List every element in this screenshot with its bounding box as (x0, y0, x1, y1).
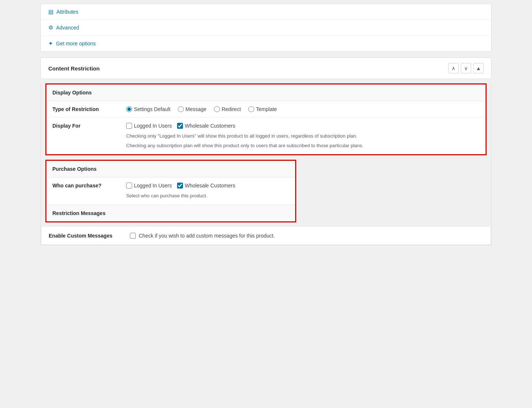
checkbox-purchase-logged-in-label: Logged In Users (134, 183, 172, 189)
sidebar-item-get-more-options[interactable]: ✦ Get more options (41, 36, 491, 51)
section-header-controls: ∧ ∨ ▲ (448, 63, 484, 73)
radio-settings-default-label: Settings Default (134, 106, 170, 112)
purchase-options-box: Purchase Options Who can purchase? Logge… (45, 160, 296, 222)
collapse-up-button[interactable]: ∧ (448, 63, 459, 73)
radio-redirect[interactable]: Redirect (214, 106, 241, 112)
advanced-icon: ⚙ (48, 24, 53, 31)
custom-messages-section: Enable Custom Messages Check if you wish… (41, 227, 491, 245)
content-restriction-header: Content Restriction ∧ ∨ ▲ (41, 58, 491, 79)
display-for-help-text-1: Checking only "Logged In Users" will sho… (126, 132, 480, 140)
checkbox-logged-in-users-label: Logged In Users (134, 123, 172, 129)
checkbox-purchase-logged-in-input[interactable] (126, 183, 132, 189)
sidebar-item-get-more-options-label: Get more options (56, 41, 96, 46)
who-can-purchase-label: Who can purchase? (52, 183, 101, 189)
main-content: Display Options Type of Restriction Sett… (41, 83, 491, 245)
display-options-table: Type of Restriction Settings Default Mes… (46, 101, 486, 154)
custom-messages-content: Check if you wish to add custom messages… (130, 233, 275, 239)
enable-custom-messages-label: Enable Custom Messages (49, 233, 130, 239)
radio-template-input[interactable] (248, 106, 254, 112)
display-for-row: Display For Logged In Users Wholesale Cu… (46, 118, 486, 155)
checkbox-wholesale-customers-label: Wholesale Customers (185, 123, 235, 129)
sidebar-item-attributes[interactable]: ▤ Attributes (41, 4, 491, 20)
radio-redirect-input[interactable] (214, 106, 220, 112)
enable-custom-messages-checkbox[interactable] (130, 233, 136, 239)
purchase-checkbox-group: Logged In Users Wholesale Customers (126, 183, 289, 189)
sidebar-item-attributes-label: Attributes (56, 9, 78, 15)
move-up-button[interactable]: ▲ (473, 63, 484, 73)
custom-messages-row: Enable Custom Messages Check if you wish… (41, 227, 491, 245)
attributes-icon: ▤ (48, 8, 53, 15)
checkbox-wholesale-customers-input[interactable] (177, 123, 183, 129)
purchase-help-text: Select who can purchase this product. (126, 192, 289, 200)
display-for-label: Display For (52, 123, 80, 129)
collapse-down-button[interactable]: ∨ (461, 63, 471, 73)
radio-template[interactable]: Template (248, 106, 277, 112)
checkbox-wholesale-customers[interactable]: Wholesale Customers (177, 123, 235, 129)
display-options-label: Display Options (46, 84, 486, 101)
display-options-box: Display Options Type of Restriction Sett… (45, 83, 487, 155)
sidebar-item-advanced-label: Advanced (56, 25, 79, 31)
checkbox-logged-in-users-input[interactable] (126, 123, 132, 129)
type-of-restriction-row: Type of Restriction Settings Default Mes… (46, 101, 486, 118)
who-can-purchase-row: Who can purchase? Logged In Users Wholes… (46, 177, 295, 205)
display-for-help-text-2: Checking any subscription plan will show… (126, 142, 480, 149)
purchase-options-table: Who can purchase? Logged In Users Wholes… (46, 177, 295, 205)
radio-settings-default[interactable]: Settings Default (126, 106, 170, 112)
get-more-options-icon: ✦ (48, 40, 53, 47)
radio-settings-default-input[interactable] (126, 106, 132, 112)
checkbox-purchase-wholesale-input[interactable] (177, 183, 183, 189)
radio-template-label: Template (256, 106, 277, 112)
checkbox-purchase-logged-in[interactable]: Logged In Users (126, 183, 172, 189)
restriction-messages-label: Restriction Messages (46, 205, 295, 221)
radio-message-label: Message (186, 106, 207, 112)
content-restriction-title: Content Restriction (48, 65, 100, 72)
checkbox-logged-in-users[interactable]: Logged In Users (126, 123, 172, 129)
type-of-restriction-label: Type of Restriction (52, 106, 99, 112)
radio-redirect-label: Redirect (222, 106, 241, 112)
checkbox-purchase-wholesale[interactable]: Wholesale Customers (177, 183, 235, 189)
radio-message-input[interactable] (178, 106, 184, 112)
display-for-checkbox-group: Logged In Users Wholesale Customers (126, 123, 480, 129)
purchase-options-label: Purchase Options (46, 161, 295, 177)
enable-custom-messages-description: Check if you wish to add custom messages… (139, 233, 275, 239)
sidebar-item-advanced[interactable]: ⚙ Advanced (41, 20, 491, 36)
radio-message[interactable]: Message (178, 106, 207, 112)
checkbox-purchase-wholesale-label: Wholesale Customers (185, 183, 235, 189)
sidebar-card: ▤ Attributes ⚙ Advanced ✦ Get more optio… (41, 4, 491, 52)
restriction-type-radio-group: Settings Default Message Redirect (126, 106, 480, 112)
